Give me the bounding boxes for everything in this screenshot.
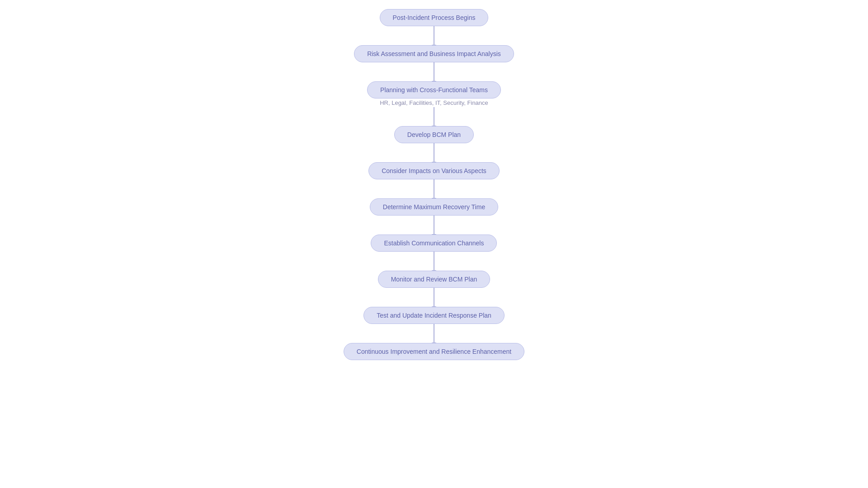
flowchart: Post-Incident Process Begins Risk Assess… [344,0,524,378]
connector-7 [434,252,434,271]
node-establish-comm: Establish Communication Channels [371,235,497,252]
node-develop-bcm: Develop BCM Plan [394,126,474,143]
node-monitor-review: Monitor and Review BCM Plan [378,271,491,288]
sub-label-teams: HR, Legal, Facilities, IT, Security, Fin… [380,99,488,106]
node-test-update: Test and Update Incident Response Plan [363,307,505,324]
node-planning: Planning with Cross-Functional Teams [367,81,501,99]
connector-1 [434,26,434,45]
node-consider-impacts: Consider Impacts on Various Aspects [368,162,500,179]
connector-3 [434,107,434,126]
connector-9 [434,324,434,343]
node-risk-assessment: Risk Assessment and Business Impact Anal… [354,45,514,62]
connector-8 [434,288,434,307]
node-start: Post-Incident Process Begins [380,9,489,26]
connector-4 [434,143,434,162]
connector-6 [434,216,434,235]
node-determine-recovery: Determine Maximum Recovery Time [370,198,498,216]
connector-2 [434,62,434,81]
node-continuous-improvement: Continuous Improvement and Resilience En… [344,343,524,360]
connector-5 [434,179,434,198]
